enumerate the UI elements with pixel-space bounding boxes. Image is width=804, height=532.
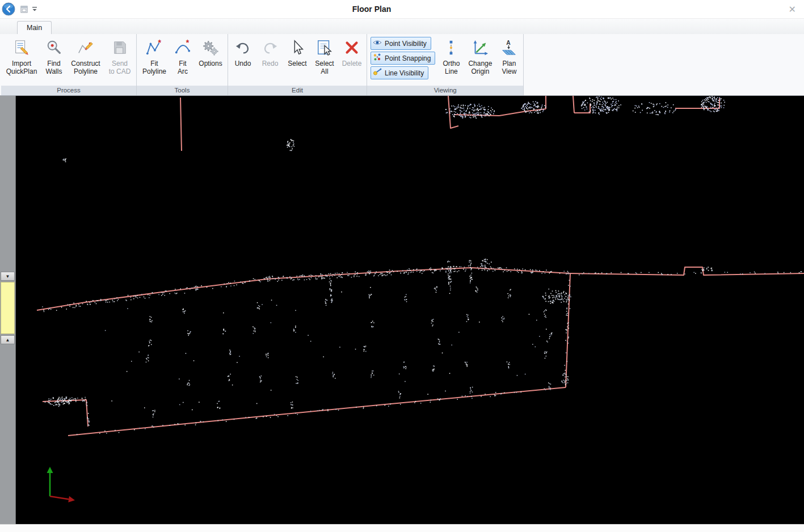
fit-polyline-button[interactable]: * FitPolyline [138,35,171,85]
change-origin-button[interactable]: ChangeOrigin [464,35,496,85]
plan-view-icon: A [500,36,517,60]
color-swatch[interactable] [1,282,15,334]
status-strip [0,524,804,532]
back-button[interactable] [2,2,15,16]
point-snapping-toggle[interactable]: Point Snapping [371,52,435,65]
left-scroll-strip: ▼ ▲ [0,96,16,524]
fit-polyline-icon: * [146,36,163,60]
import-quickplan-button[interactable]: ImportQuickPlan [2,35,41,85]
tab-main[interactable]: Main [17,21,52,34]
ribbon-group-process: ImportQuickPlan FindWalls [1,34,137,95]
undo-button[interactable]: Undo [229,35,256,85]
scroll-down-button[interactable]: ▼ [1,272,15,281]
options-gears-icon [202,36,219,60]
line-visibility-icon [373,67,382,78]
select-button[interactable]: Select [284,35,311,85]
send-to-cad-icon [111,36,128,60]
delete-x-icon [343,36,360,60]
back-arrow-icon [2,2,15,16]
options-button[interactable]: Options [195,35,226,85]
select-all-button[interactable]: SelectAll [311,35,338,85]
window-title: Floor Plan [352,5,391,14]
change-origin-icon [472,36,489,60]
workspace: ▼ ▲ [0,96,804,524]
point-snapping-icon [373,53,382,64]
redo-button[interactable]: Redo [256,35,284,85]
scroll-up-button[interactable]: ▲ [1,335,15,344]
select-cursor-icon [289,36,306,60]
find-walls-button[interactable]: FindWalls [41,35,67,85]
redo-icon [262,36,279,60]
svg-text:*: * [186,39,190,47]
import-quickplan-icon [13,36,30,60]
group-label-process: Process [1,86,136,95]
point-visibility-toggle[interactable]: Point Visibility [371,37,431,50]
app-icon [20,5,28,14]
ribbon-group-edit: Undo Redo [228,34,367,95]
quick-access-dropdown-button[interactable] [32,6,37,12]
delete-button[interactable]: Delete [338,35,365,85]
plan-view-button[interactable]: A PlanView [496,35,522,85]
group-label-tools: Tools [137,86,228,95]
svg-text:A: A [507,40,511,46]
chevron-down-icon [32,6,37,12]
viewing-toggle-stack: Point Visibility Point Sn [368,35,438,79]
group-label-viewing: Viewing [367,86,523,95]
find-walls-icon [45,36,62,60]
ortho-line-icon [443,36,460,60]
construct-polyline-icon [77,36,94,60]
ortho-line-button[interactable]: OrthoLine [438,35,464,85]
send-to-cad-button[interactable]: Sendto CAD [104,35,135,85]
select-all-icon [316,36,333,60]
fit-arc-button[interactable]: * FitArc [171,35,195,85]
close-button[interactable]: ✕ [786,4,798,15]
point-cloud-view [16,96,804,524]
construct-polyline-button[interactable]: ConstructPolyline [67,35,104,85]
floorplan-canvas[interactable] [16,96,804,524]
ribbon-tab-row: Main [0,19,804,34]
undo-icon [234,36,251,60]
ribbon-group-tools: * FitPolyline * FitArc [137,34,228,95]
point-visibility-icon [373,38,382,49]
ribbon-group-viewing: Point Visibility Point Sn [367,34,524,95]
app-window: Floor Plan ✕ Main [0,0,804,532]
svg-text:*: * [158,39,162,47]
ribbon: ImportQuickPlan FindWalls [0,34,804,96]
group-label-edit: Edit [228,86,367,95]
fit-arc-icon: * [174,36,191,60]
line-visibility-toggle[interactable]: Line Visibility [371,66,428,79]
titlebar: Floor Plan ✕ [0,0,804,19]
